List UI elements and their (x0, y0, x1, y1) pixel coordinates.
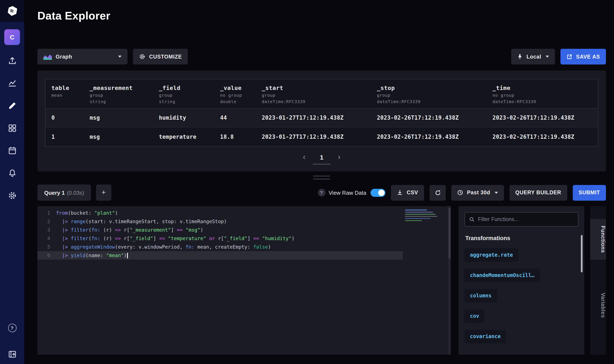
functions-section-title: Transformations (465, 235, 578, 241)
save-as-button[interactable]: SAVE AS (560, 49, 606, 65)
function-item[interactable]: columns (464, 289, 497, 302)
clock-icon (457, 190, 463, 195)
page-title: Data Explorer (37, 9, 606, 23)
view-type-dropdown[interactable]: Graph (37, 49, 127, 65)
nav-sidebar: C (0, 0, 24, 364)
raw-data-help-icon[interactable]: ? (318, 189, 325, 196)
alerts-bell-icon[interactable] (7, 169, 17, 178)
code-line[interactable]: 5 |> aggregateWindow(every: v.windowPeri… (37, 243, 451, 251)
view-raw-data-toggle[interactable] (371, 189, 385, 197)
chevron-down-icon (118, 56, 122, 58)
code-line[interactable]: 1from(bucket: "plant") (37, 209, 451, 217)
line-number: 2 (37, 217, 56, 226)
expand-nav-icon[interactable] (7, 350, 17, 359)
query-duration: (0.03s) (67, 189, 84, 196)
line-number: 4 (37, 234, 56, 243)
time-range-label: Past 30d (467, 190, 490, 195)
column-header: _valueno groupdouble (214, 84, 256, 104)
app-window: C (0, 0, 614, 364)
table-cell: 0 (45, 115, 84, 121)
customize-button[interactable]: CUSTOMIZE (133, 49, 188, 65)
help-icon[interactable]: ? (7, 323, 17, 333)
table-row: 0msghumidity442023-01-27T17:12:19.438Z20… (45, 109, 598, 127)
influxdb-logo[interactable] (0, 0, 24, 22)
function-item[interactable]: cov (464, 309, 485, 323)
table-cell: 44 (214, 115, 256, 121)
graphs-icon[interactable] (7, 78, 17, 88)
refresh-button[interactable] (430, 185, 446, 200)
current-page-number: 1 (320, 153, 323, 161)
save-location-dropdown[interactable]: Local (511, 49, 555, 65)
query-tab-label: Query 1 (44, 189, 65, 196)
table-row: 1msgtemperature18.82023-01-27T17:12:19.4… (45, 127, 598, 146)
editor-minimap[interactable] (405, 209, 438, 222)
view-toolbar: Graph CUSTOMIZE (37, 49, 606, 65)
line-number: 6 (37, 251, 56, 260)
org-avatar[interactable]: C (4, 29, 20, 45)
sidebar-bottom-icons: ? (7, 323, 17, 359)
column-header: _timeno groupdateTime:RFC3339 (487, 84, 598, 104)
table-cell: msg (84, 115, 153, 121)
side-tabs: FunctionsVariables (590, 206, 606, 355)
query-toolbar-right: ? View Raw Data CSV (318, 185, 606, 200)
csv-download-button[interactable]: CSV (391, 185, 424, 200)
function-item[interactable]: aggregate.rate (464, 248, 518, 262)
chevron-down-icon (545, 56, 549, 58)
toggle-knob (378, 189, 385, 196)
save-as-label: SAVE AS (576, 54, 600, 60)
raw-data-panel: tablemean_measurementgroupstring_fieldgr… (37, 70, 606, 171)
help-glyph: ? (8, 324, 16, 332)
upload-icon[interactable] (7, 56, 17, 65)
graph-type-icon (43, 54, 52, 60)
chevron-down-icon (494, 192, 498, 194)
nav-icon-list (7, 56, 17, 200)
pin-icon (517, 54, 523, 60)
function-search-box[interactable] (464, 212, 578, 227)
code-line[interactable]: 4 |> filter(fn: (r) => r["_field"] == "t… (37, 234, 451, 243)
table-cell: 2023-01-27T17:12:19.438Z (256, 115, 371, 121)
editor-scrollbar[interactable] (448, 206, 451, 355)
function-item[interactable]: covariance (464, 330, 506, 343)
code-line[interactable]: 2 |> range(start: v.timeRangeStart, stop… (37, 217, 451, 226)
view-type-label: Graph (56, 54, 72, 60)
prev-page-button[interactable]: ‹ (303, 153, 306, 161)
query-builder-button[interactable]: QUERY BUILDER (509, 185, 567, 200)
pagination-underline (313, 164, 331, 165)
code-line[interactable]: 6 |> yield(name: "mean") (37, 251, 403, 260)
query-tab[interactable]: Query 1 (0.03s) (37, 184, 91, 201)
code-line[interactable]: 3 |> filter(fn: (r) => r["_measurement"]… (37, 226, 451, 234)
data-explorer-pencil-icon[interactable] (7, 101, 17, 110)
settings-gear-icon[interactable] (7, 191, 17, 200)
side-tab-variables[interactable]: Variables (590, 286, 606, 325)
submit-label: SUBMIT (579, 190, 600, 195)
column-header: _fieldgroupstring (153, 84, 214, 104)
raw-table-body: 0msghumidity442023-01-27T17:12:19.438Z20… (45, 109, 598, 146)
download-icon (397, 190, 403, 195)
customize-label: CUSTOMIZE (149, 54, 182, 60)
functions-scrollbar-thumb[interactable] (581, 235, 583, 272)
table-cell: 2023-01-27T17:12:19.438Z (256, 133, 371, 140)
pagination: ‹ 1 › (45, 153, 598, 161)
line-number: 5 (37, 243, 56, 251)
table-cell: 18.8 (214, 133, 256, 140)
csv-label: CSV (407, 190, 418, 195)
time-range-dropdown[interactable]: Past 30d (451, 185, 504, 200)
flux-code-editor[interactable]: 1from(bucket: "plant")2 |> range(start: … (37, 206, 451, 355)
editor-row: 1from(bucket: "plant")2 |> range(start: … (37, 206, 606, 355)
next-page-button[interactable]: › (338, 153, 340, 161)
search-icon (469, 216, 475, 222)
table-cell: humidity (153, 115, 214, 121)
submit-button[interactable]: SUBMIT (572, 185, 606, 200)
query-toolbar: Query 1 (0.03s) + ? View Raw Data CSV (37, 184, 606, 201)
editor-scrollbar-thumb[interactable] (448, 208, 450, 259)
line-number: 1 (37, 209, 56, 217)
side-tab-functions[interactable]: Functions (590, 219, 606, 260)
tasks-calendar-icon[interactable] (7, 146, 17, 155)
dashboards-grid-icon[interactable] (7, 123, 17, 133)
table-cell: temperature (153, 133, 214, 140)
add-query-button[interactable]: + (96, 184, 111, 201)
save-location-label: Local (527, 54, 541, 60)
panel-resize-handle[interactable] (313, 176, 330, 180)
function-search-input[interactable] (478, 216, 574, 222)
function-item[interactable]: chandeMomentumOscill… (464, 269, 540, 282)
